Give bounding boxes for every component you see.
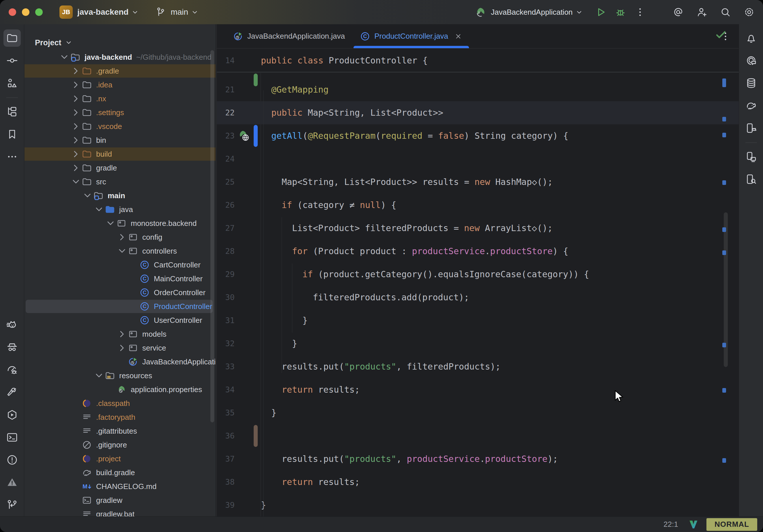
tree-item-gradlew[interactable]: gradlew [25,493,216,507]
vcs-changed-marker[interactable] [254,125,258,147]
kebab-icon[interactable] [634,6,646,18]
code-line-34[interactable]: 34return results; [217,378,739,401]
chevron-down-icon[interactable] [82,190,93,201]
run-configuration[interactable]: JavaBackendApplication [491,8,573,17]
tree-item-cartcontroller[interactable]: CCartController [25,258,216,272]
line-number[interactable]: 27 [217,217,235,240]
tree-item-productcontroller[interactable]: CProductController [25,299,216,313]
chevron-right-icon[interactable] [70,148,82,160]
code-line-24[interactable]: 24 [217,148,739,170]
terminal-icon[interactable] [3,429,21,446]
chevron-right-icon[interactable] [70,93,82,104]
line-number[interactable]: 23 [217,124,235,148]
project-widget[interactable]: java-backend [73,8,139,17]
line-number[interactable]: 32 [217,332,235,355]
ideavim-icon[interactable] [688,519,699,530]
line-number[interactable]: 22 [217,101,235,124]
tree-item-changelog-md[interactable]: MCHANGELOG.md [25,479,216,493]
commit-icon[interactable] [3,52,21,69]
tree-item-ordercontroller[interactable]: COrderController [25,286,216,299]
branch-widget[interactable]: main [155,6,199,18]
tree-item--nx[interactable]: .nx [25,92,216,106]
code-line-25[interactable]: 25Map<String, List<Product>> results = n… [217,170,739,194]
code-line-26[interactable]: 26if (category ≠ null) { [217,194,739,217]
project-panel-header[interactable]: Project [25,24,216,50]
services-icon[interactable] [3,406,21,424]
code-line-32[interactable]: 32} [217,332,739,355]
chevron-down-icon[interactable] [93,204,105,215]
tree-item--gitattributes[interactable]: .gitattributes [25,424,216,438]
changed-line-stripe-mark[interactable] [722,180,726,185]
code-line-21[interactable]: 21@GetMapping [217,78,739,101]
line-number[interactable]: 28 [217,240,235,263]
line-number[interactable]: 31 [217,309,235,332]
changed-line-stripe-mark[interactable] [722,343,726,347]
changed-line-stripe-mark[interactable] [722,227,726,232]
chevron-down-icon[interactable] [93,370,105,381]
tree-item--project[interactable]: .project [25,452,216,466]
more-icon[interactable] [3,148,21,165]
code-line-27[interactable]: 27List<Product> filteredProducts = new A… [217,217,739,240]
chevron-right-icon[interactable] [70,121,82,132]
structure-icon[interactable] [3,74,21,92]
search-icon[interactable] [720,6,731,18]
chevron-right-icon[interactable] [70,79,82,91]
code-line-31[interactable]: 31} [217,309,739,332]
close-tab-icon[interactable] [454,32,463,41]
settings-icon[interactable] [743,6,755,18]
code-line-36[interactable]: 36 [217,424,739,448]
device-manager-icon[interactable] [742,119,760,137]
editor-tab-javabackendapplication-java[interactable]: JavaBackendApplication.java [225,24,352,48]
sticky-line-number[interactable]: 14 [217,49,235,72]
line-number[interactable]: 33 [217,355,235,378]
version-control-icon[interactable] [3,496,21,513]
project-folder-icon[interactable] [3,30,21,47]
chevron-right-icon[interactable] [70,107,82,118]
changed-line-stripe-mark[interactable] [722,388,726,393]
chevron-down-icon[interactable] [116,245,128,257]
line-number[interactable]: 25 [217,170,235,194]
code-line-22[interactable]: 22public Map<String, List<Product>> [217,101,739,124]
warnings-icon[interactable] [3,474,21,491]
line-number[interactable]: 36 [217,424,235,448]
chevron-right-icon[interactable] [70,135,82,146]
project-tree-scrollbar[interactable] [210,50,214,422]
tree-item--settings[interactable]: .settings [25,106,216,119]
line-number[interactable]: 29 [217,263,235,286]
code-line-35[interactable]: 35} [217,401,739,424]
project-avatar[interactable]: JB [59,5,73,19]
line-number[interactable]: 26 [217,194,235,217]
line-number[interactable]: 24 [217,148,235,170]
line-number[interactable]: 37 [217,448,235,471]
chevron-down-icon[interactable] [58,52,70,63]
tree-item-build-gradle[interactable]: build.gradle [25,466,216,479]
running-cat-icon[interactable] [3,316,21,334]
tree-item-src[interactable]: src [25,175,216,189]
changed-line-stripe-mark[interactable] [722,133,726,137]
line-number[interactable]: 34 [217,378,235,401]
changed-line-stripe-mark[interactable] [722,117,726,122]
vcs-changed-marker[interactable] [254,425,258,447]
inspections-ok-check-icon[interactable] [714,28,727,41]
editor-tab-productcontroller-java[interactable]: CProductController.java [352,24,470,48]
changed-line-stripe-mark[interactable] [722,251,726,255]
vim-mode-badge[interactable]: NORMAL [707,518,757,531]
minimize-button[interactable] [22,8,30,16]
problems-icon[interactable] [3,451,21,469]
line-number[interactable]: 30 [217,286,235,309]
tree-item-config[interactable]: config [25,230,216,244]
tree-item--idea[interactable]: .idea [25,78,216,92]
hierarchy-icon[interactable] [3,103,21,120]
tree-item-service[interactable]: service [25,341,216,355]
tree-item-models[interactable]: models [25,327,216,341]
line-number[interactable]: 21 [217,78,235,101]
add-user-icon[interactable] [696,6,708,18]
tree-item-gradlew-bat[interactable]: gradlew.bat [25,507,216,516]
tree-item-controllers[interactable]: controllers [25,244,216,258]
tree-item--gradle[interactable]: .gradle [25,64,216,78]
line-number[interactable]: 38 [217,471,235,494]
zoom-button[interactable] [35,8,43,16]
chevron-right-icon[interactable] [116,231,128,243]
notifications-icon[interactable] [742,30,760,47]
running-devices-icon[interactable] [742,148,760,165]
